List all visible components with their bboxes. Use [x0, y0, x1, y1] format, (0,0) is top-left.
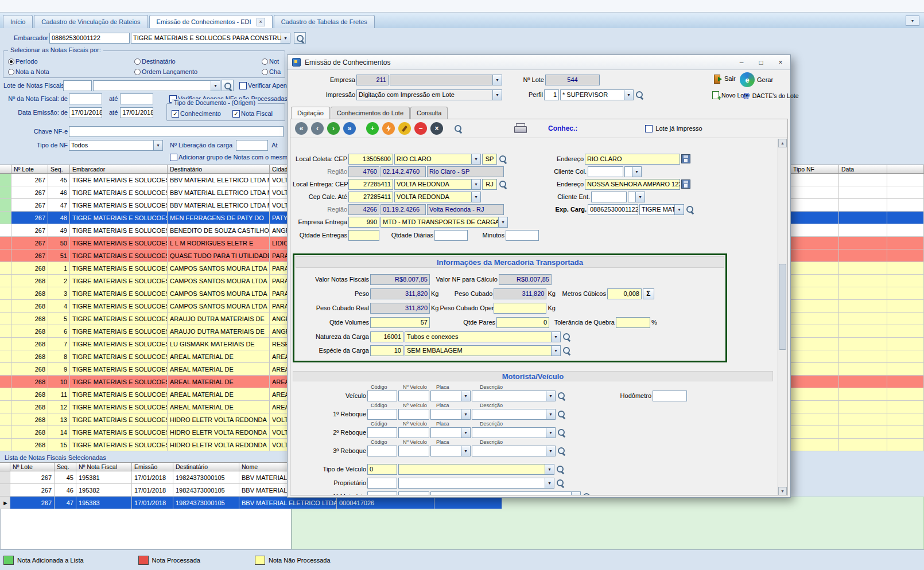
scrollbar-thumb[interactable] [779, 264, 786, 350]
veiculo-search-button[interactable] [557, 391, 566, 401]
tipo-veiculo-codigo-input[interactable]: 0 [367, 464, 397, 475]
data-ate-input[interactable]: 17/01/2018 [120, 107, 153, 118]
tipo-veiculo-combo[interactable] [398, 464, 554, 475]
minutos-input[interactable] [506, 230, 539, 241]
reboque1-numero-input[interactable] [398, 409, 429, 420]
tab-vinculacao-rateios[interactable]: Cadastro de Vinculação de Rateios [34, 15, 147, 28]
conhecimento-checkbox-row[interactable]: Conhecimento [172, 108, 221, 119]
verificar-apenas-checkbox[interactable] [239, 82, 247, 89]
lote-field[interactable]: 544 [545, 75, 600, 85]
menu-item[interactable] [38, 5, 48, 8]
sair-button[interactable]: Sair [713, 74, 736, 83]
exp-carg-cnpj-input[interactable]: 08862530001122 [588, 204, 638, 215]
empresa-entrega-combo[interactable]: MTD - MTD TRANSPORTES DE CARGAS LTD [381, 217, 508, 228]
proprietario-combo[interactable] [398, 478, 554, 489]
tab-emissao-conhecimentos[interactable]: Emissão de Conhecimentos - EDI × [149, 15, 273, 28]
proprietario-search-button[interactable] [556, 478, 565, 488]
natureza-codigo-input[interactable]: 16001 [370, 331, 403, 342]
qtdade-diarias-input[interactable] [434, 230, 468, 241]
delete-button[interactable]: − [414, 122, 427, 135]
menu-item[interactable] [59, 5, 69, 8]
search-button[interactable] [453, 124, 463, 134]
gerar-button[interactable]: Gerar [740, 72, 773, 87]
reboque1-search-button[interactable] [557, 409, 566, 419]
vertical-scrollbar[interactable]: ▲ ▼ [778, 139, 787, 495]
menu-item[interactable] [48, 5, 59, 8]
maximize-button[interactable]: □ [751, 56, 771, 68]
especie-combo[interactable]: SEM EMBALAGEM [405, 345, 561, 356]
perfil-code-field[interactable]: 1 [544, 89, 559, 100]
perfil-combo[interactable]: * SUPERVISOR [560, 89, 634, 100]
print-button[interactable] [514, 123, 526, 134]
menu-item[interactable] [79, 5, 90, 8]
reboque2-search-button[interactable] [557, 428, 566, 438]
natureza-combo[interactable]: Tubos e conexoes [405, 331, 561, 342]
lote-input[interactable] [63, 80, 92, 91]
motorista1-doc-input[interactable] [398, 491, 429, 496]
menu-item[interactable] [7, 5, 17, 8]
radio-periodo[interactable]: Período [8, 56, 38, 67]
header-nota-fiscal[interactable]: Nº Nota Fiscal [76, 463, 132, 471]
menu-item[interactable] [17, 5, 28, 8]
exp-carg-combo[interactable]: TIGRE MATERIAIS [639, 204, 684, 215]
reboque1-codigo-input[interactable] [367, 409, 397, 420]
nav-last-button[interactable]: » [343, 122, 356, 135]
tolerancia-input[interactable] [616, 317, 650, 328]
embarcador-code-input[interactable]: 08862530001122 [49, 33, 130, 44]
reboque2-descricao-combo[interactable] [472, 427, 556, 438]
exp-carg-search-button[interactable] [685, 205, 695, 214]
reboque3-placa-combo[interactable] [430, 446, 471, 456]
motorista1-combo[interactable] [430, 491, 581, 496]
sigma-button[interactable]: Σ [643, 288, 654, 299]
veiculo-descricao-combo[interactable] [472, 391, 556, 401]
cliente-ent-combo[interactable] [628, 192, 645, 202]
reboque2-numero-input[interactable] [398, 427, 429, 438]
coleta-cep-input[interactable]: 13505600 [348, 154, 393, 165]
cep-calc-cidade-combo[interactable]: VOLTA REDONDA [394, 192, 481, 202]
lote-combo[interactable] [93, 80, 220, 91]
menu-item[interactable] [28, 5, 38, 8]
qtde-pares-input[interactable]: 0 [496, 317, 549, 328]
perfil-search-button[interactable] [635, 90, 645, 100]
lote-search-button[interactable] [222, 80, 234, 91]
cliente-col-input[interactable] [588, 166, 623, 177]
save-address-icon[interactable] [681, 154, 690, 163]
dialog-title-bar[interactable]: Emissão de Conhecimentos – □ × [288, 55, 790, 70]
insert-button[interactable]: + [366, 122, 379, 135]
reboque2-codigo-input[interactable] [367, 427, 397, 438]
header-seq[interactable]: Seq. [55, 463, 76, 471]
proprietario-codigo-input[interactable] [367, 478, 397, 489]
header-seq[interactable]: Seq. [48, 165, 70, 173]
entrega-endereco-input[interactable]: NOSSA SENHORA AMPARO 1221 [585, 179, 680, 190]
radio-cha[interactable]: Cha [262, 66, 281, 77]
especie-codigo-input[interactable]: 10 [370, 345, 403, 356]
nf-ate-input[interactable] [120, 93, 153, 104]
dacte-button[interactable]: @ DACTE's do Lote [743, 91, 798, 100]
header-lote[interactable]: Nº Lote [10, 463, 55, 471]
header-tipo-nf[interactable]: Tipo NF [791, 165, 839, 173]
radio-ordem-lancamento[interactable]: Ordem Lançamento [134, 66, 197, 77]
empresa-entrega-codigo-input[interactable]: 990 [348, 217, 379, 228]
empresa-name-combo[interactable] [390, 75, 502, 85]
grupo-checkbox-row[interactable]: Adicionar grupo de Notas com o mesm [170, 151, 288, 163]
veiculo-numero-input[interactable] [398, 391, 429, 401]
header-emissao[interactable]: Emissão [132, 463, 173, 471]
lote-impresso-checkbox[interactable] [645, 125, 653, 132]
chave-input[interactable] [69, 126, 284, 137]
menu-item[interactable] [69, 5, 79, 8]
minimize-button[interactable]: – [732, 56, 751, 68]
entrega-cep-input[interactable]: 27285411 [348, 179, 393, 190]
radio-nota-a-nota[interactable]: Nota a Nota [8, 66, 49, 77]
tab-list-dropdown-button[interactable]: ▾ [906, 15, 919, 26]
cancel-button[interactable]: × [430, 122, 443, 135]
scroll-down-icon[interactable]: ▼ [778, 487, 787, 495]
reboque3-search-button[interactable] [557, 446, 566, 456]
coleta-cidade-combo[interactable]: RIO CLARO [394, 154, 481, 165]
tipo-veiculo-search-button[interactable] [556, 464, 565, 474]
nav-prior-button[interactable]: ‹ [311, 122, 324, 135]
nav-next-button[interactable]: › [327, 122, 340, 135]
reboque1-descricao-combo[interactable] [472, 409, 556, 420]
header-lote[interactable]: Nº Lote [11, 165, 48, 173]
veiculo-codigo-input[interactable] [367, 391, 397, 401]
cliente-col-combo[interactable] [624, 166, 642, 177]
